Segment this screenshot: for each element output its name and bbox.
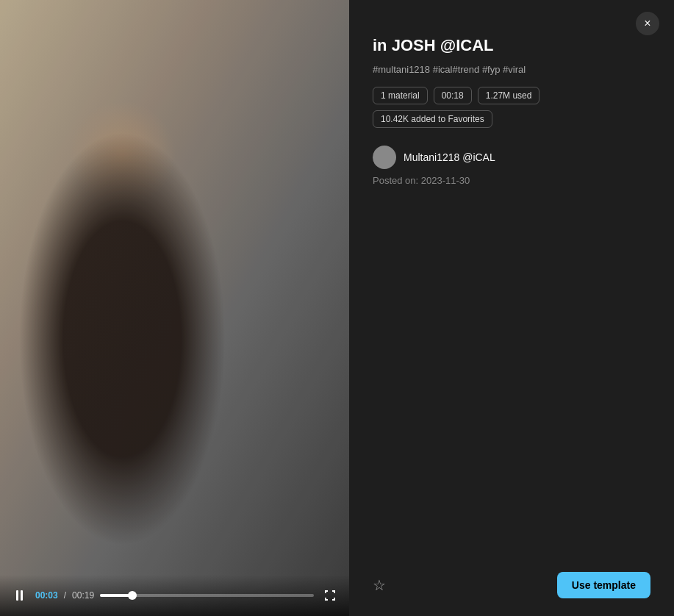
progress-knob	[128, 591, 137, 600]
badge-duration: 00:18	[434, 87, 472, 104]
info-panel: × in JOSH @ICAL #multani1218 #ical#trend…	[349, 0, 674, 616]
video-content	[0, 0, 349, 616]
progress-bar[interactable]	[100, 594, 314, 597]
fullscreen-icon	[324, 590, 336, 601]
pause-icon	[16, 590, 23, 601]
author-name: Multani1218 @iCAL	[404, 151, 495, 163]
author-row: Multani1218 @iCAL	[373, 146, 650, 169]
video-panel: 00:03 / 00:19	[0, 0, 349, 616]
bottom-bar: ☆ Use template	[373, 572, 650, 598]
time-separator: /	[64, 590, 66, 601]
progress-fill	[100, 594, 132, 597]
fullscreen-button[interactable]	[320, 585, 340, 606]
video-controls: 00:03 / 00:19	[0, 575, 349, 616]
favorite-button[interactable]: ☆	[373, 576, 386, 594]
badge-favorites: 10.42K added to Favorites	[373, 110, 492, 128]
video-overlay	[0, 0, 349, 616]
hashtags: #multani1218 #ical#trend #fyp #viral	[373, 64, 650, 75]
star-icon: ☆	[373, 576, 386, 594]
badge-material: 1 material	[373, 87, 428, 104]
badge-used: 1.27M used	[478, 87, 540, 104]
avatar	[373, 146, 396, 169]
close-icon: ×	[644, 17, 650, 30]
use-template-button[interactable]: Use template	[557, 572, 650, 598]
badges-row: 1 material 00:18 1.27M used 10.42K added…	[373, 87, 650, 128]
close-button[interactable]: ×	[636, 12, 659, 35]
pause-button[interactable]	[9, 585, 29, 606]
posted-date: Posted on: 2023-11-30	[373, 175, 650, 186]
time-current: 00:03	[35, 590, 58, 601]
video-title: in JOSH @ICAL	[373, 35, 650, 57]
time-total: 00:19	[72, 590, 94, 601]
